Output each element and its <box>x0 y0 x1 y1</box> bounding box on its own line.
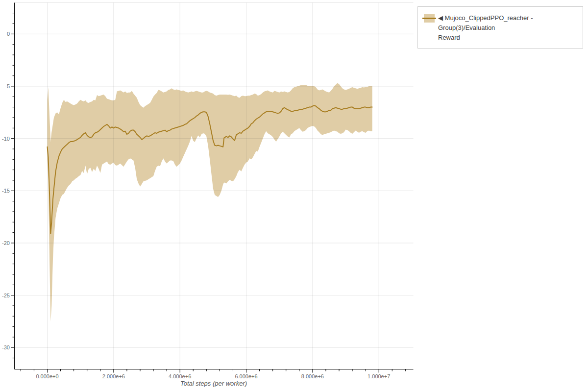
svg-text:-20: -20 <box>2 240 10 246</box>
legend-swatch-icon <box>424 14 435 23</box>
svg-text:4.000e+6: 4.000e+6 <box>169 373 191 379</box>
legend-label: ◀ Mujoco_ClippedPPO_reacher - Group(3)/E… <box>438 13 578 43</box>
training-dashboard-page: 0.000e+02.000e+64.000e+66.000e+68.000e+6… <box>0 0 588 392</box>
legend-swatch-line-icon <box>422 18 436 19</box>
x-axis-title: Total steps (per worker) <box>14 380 413 387</box>
svg-text:2.000e+6: 2.000e+6 <box>102 373 125 379</box>
svg-text:-10: -10 <box>2 136 10 142</box>
svg-text:-5: -5 <box>5 83 10 89</box>
svg-text:1.000e+7: 1.000e+7 <box>368 373 390 379</box>
svg-text:0: 0 <box>7 31 10 37</box>
svg-text:-15: -15 <box>2 188 10 194</box>
legend-box[interactable]: ◀ Mujoco_ClippedPPO_reacher - Group(3)/E… <box>417 6 583 49</box>
legend-label-line1: ◀ Mujoco_ClippedPPO_reacher - Group(3)/E… <box>438 13 578 33</box>
svg-text:-25: -25 <box>2 293 10 298</box>
svg-text:0.000e+0: 0.000e+0 <box>36 373 58 379</box>
legend-label-line2: Reward <box>438 33 578 43</box>
plot-svg[interactable]: 0.000e+02.000e+64.000e+66.000e+68.000e+6… <box>0 0 588 392</box>
svg-text:8.000e+6: 8.000e+6 <box>301 373 324 379</box>
svg-text:-30: -30 <box>2 344 10 350</box>
svg-text:6.000e+6: 6.000e+6 <box>235 373 257 379</box>
